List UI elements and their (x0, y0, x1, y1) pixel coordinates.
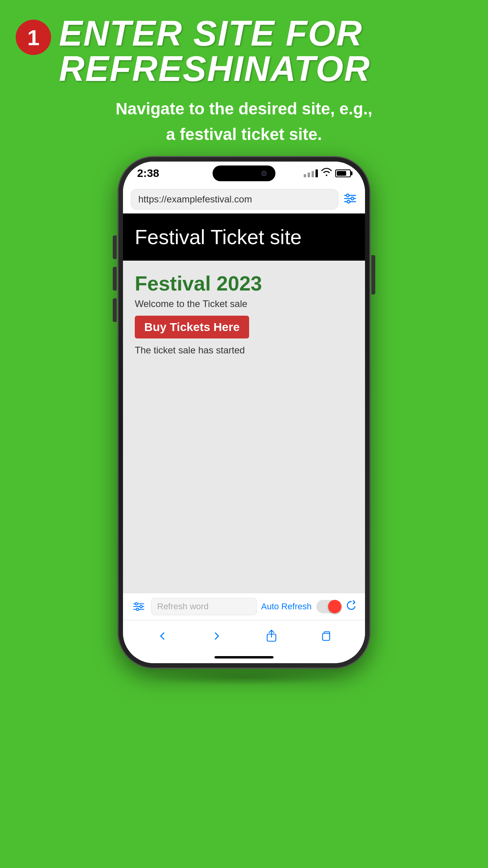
step-number: 1 (27, 25, 39, 50)
svg-rect-13 (323, 633, 330, 640)
filter-icon[interactable] (343, 191, 357, 207)
toggle-track (316, 600, 341, 613)
address-bar[interactable]: https://examplefestival.com (131, 189, 338, 210)
subtitle-line2: a festival ticket site. (116, 124, 372, 145)
refresh-cycle-icon[interactable] (345, 600, 357, 614)
nav-bar (123, 620, 365, 651)
toolbar: Refresh word Auto Refresh (123, 593, 365, 620)
wifi-icon (321, 168, 332, 179)
welcome-text: Welcome to the Ticket sale (135, 298, 353, 309)
site-header-title: Festival Ticket site (135, 225, 353, 249)
svg-point-7 (135, 603, 138, 605)
phone-inner: 2:38 (123, 162, 365, 663)
header-section: 1 ENTER SITE FOR REFRESHINATOR (0, 0, 488, 94)
header-text-block: ENTER SITE FOR REFRESHINATOR (59, 16, 371, 86)
home-indicator (123, 651, 365, 663)
status-icons (304, 168, 351, 179)
url-text: https://examplefestival.com (138, 194, 252, 205)
ticket-status: The ticket sale has started (135, 345, 353, 356)
phone-wrapper: 2:38 (118, 157, 370, 685)
address-bar-row: https://examplefestival.com (123, 185, 365, 213)
svg-point-5 (347, 200, 350, 203)
tabs-button[interactable] (314, 624, 338, 648)
dynamic-island (213, 166, 275, 181)
site-content: Festival 2023 Welcome to the Ticket sale… (123, 261, 365, 593)
signal-icon (304, 169, 318, 177)
svg-point-1 (347, 194, 349, 197)
svg-point-9 (140, 605, 142, 608)
step-badge: 1 (16, 20, 51, 55)
svg-point-11 (136, 608, 139, 611)
auto-refresh-toggle[interactable] (316, 600, 341, 613)
site-header: Festival Ticket site (123, 213, 365, 261)
dynamic-island-camera (261, 171, 267, 176)
toolbar-filter-icon[interactable] (131, 601, 147, 612)
toggle-thumb (328, 600, 341, 613)
back-button[interactable] (150, 624, 174, 648)
phone-reflection (142, 669, 346, 685)
status-time: 2:38 (137, 167, 159, 180)
status-bar: 2:38 (123, 162, 365, 185)
refresh-word-placeholder: Refresh word (157, 601, 209, 612)
home-bar (215, 656, 273, 658)
main-title-line1: ENTER SITE FOR (59, 16, 363, 51)
festival-title: Festival 2023 (135, 272, 353, 295)
phone-outer: 2:38 (118, 157, 370, 668)
forward-button[interactable] (205, 624, 229, 648)
subtitle-line1: Navigate to the desired site, e.g., (116, 98, 372, 120)
auto-refresh-label: Auto Refresh (261, 601, 312, 612)
battery-icon (335, 169, 351, 177)
share-button[interactable] (260, 624, 283, 648)
svg-point-3 (351, 197, 354, 200)
buy-tickets-button[interactable]: Buy Tickets Here (135, 316, 249, 338)
refresh-word-input[interactable]: Refresh word (151, 598, 257, 615)
main-title-line2: REFRESHINATOR (59, 51, 371, 86)
